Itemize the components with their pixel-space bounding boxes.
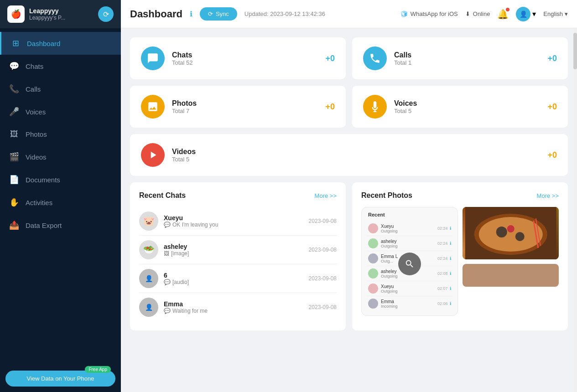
stat-info-videos: Videos Total 5 (172, 148, 540, 163)
stat-icon-chats (141, 46, 165, 70)
sidebar-item-videos[interactable]: 🎬 Videos (0, 145, 121, 168)
stat-change-videos: +0 (547, 150, 557, 160)
dashboard-content: Chats Total 52 +0 Calls Total 1 +0 (121, 28, 577, 392)
chat-preview: 💬 [audio] (164, 279, 303, 285)
chat-info: Xueyu 💬 OK I'm leaving you (164, 214, 303, 228)
stat-info-chats: Chats Total 52 (172, 51, 318, 66)
sidebar-item-label: Data Export (26, 222, 62, 229)
sidebar-item-label: Videos (26, 153, 47, 161)
sync-button[interactable]: ⟳ Sync (200, 7, 237, 21)
sidebar-item-calls[interactable]: 📞 Calls (0, 77, 121, 100)
sidebar-item-activities[interactable]: ✋ Activities (0, 191, 121, 214)
updated-text: Updated: 2023-09-12 13:42:36 (244, 10, 325, 17)
sidebar-sync-icon[interactable]: ⟳ (98, 6, 114, 22)
language-selector[interactable]: English ▾ (543, 10, 568, 17)
device-name: Leappyyy's P... (29, 15, 65, 21)
chat-preview: 💬 OK I'm leaving you (164, 222, 303, 228)
phone-avatar (368, 299, 378, 309)
chat-date: 2023-09-08 (309, 218, 337, 224)
whatsapp-badge: 🧊 WhatsApp for iOS (400, 10, 458, 17)
recent-chats-header: Recent Chats More >> (139, 191, 337, 200)
sidebar-item-label: Activities (26, 199, 52, 206)
user-avatar-area[interactable]: 👤 ▾ (516, 7, 536, 21)
info-icon[interactable]: ℹ (190, 10, 192, 18)
stat-name-chats: Chats (172, 51, 318, 59)
avatar: 👤 (139, 298, 158, 317)
voices-icon: 🎤 (9, 107, 19, 117)
phone-avatar (368, 268, 378, 279)
whatsapp-icon: 🧊 (400, 10, 408, 17)
info-icon: ℹ (450, 256, 451, 261)
activities-icon: ✋ (9, 197, 19, 207)
scrollbar-thumb[interactable] (573, 33, 577, 69)
stat-icon-photos (141, 95, 165, 119)
sidebar-item-data-export[interactable]: 📤 Data Export (0, 214, 121, 237)
stat-name-voices: Voices (394, 99, 540, 108)
sidebar-item-voices[interactable]: 🎤 Voices (0, 100, 121, 123)
stat-total-chats: Total 52 (172, 59, 318, 66)
app-title: Leappyyy Leappyyy's P... (29, 7, 65, 21)
recent-photos-more[interactable]: More >> (537, 192, 559, 199)
list-item: 👤 Emma 💬 Waiting for me 2023-09-08 (139, 293, 337, 321)
phone-list-item: Emma Incoming 02:06 ℹ (366, 296, 453, 311)
photos-content: Recent Xueyu Outgoing (361, 207, 559, 320)
stat-name-videos: Videos (172, 148, 540, 156)
sidebar-item-documents[interactable]: 📄 Documents (0, 168, 121, 191)
stat-card-photos: Photos Total 7 +0 (130, 86, 346, 128)
online-badge: ⬇ Online (465, 10, 490, 17)
notification-bell[interactable]: 🔔 (497, 9, 509, 20)
sidebar-header: 🍎 Leappyyy Leappyyy's P... ⟳ (0, 0, 121, 28)
sidebar-item-label: Chats (26, 62, 43, 70)
stat-icon-videos (141, 143, 165, 167)
topbar: Dashboard ℹ ⟳ Sync Updated: 2023-09-12 1… (121, 0, 577, 28)
stat-total-photos: Total 7 (172, 108, 318, 114)
sidebar-item-dashboard[interactable]: ⊞ Dashboard (0, 32, 121, 55)
sidebar-item-photos[interactable]: 🖼 Photos (0, 123, 121, 145)
info-icon: ℹ (450, 271, 451, 276)
photo-thumbnail-2[interactable] (463, 264, 559, 287)
stat-name-photos: Photos (172, 99, 318, 108)
phone-mockup-area: Recent Xueyu Outgoing (361, 207, 458, 320)
chat-info: 6 💬 [audio] (164, 272, 303, 285)
avatar: 🐷 (139, 211, 158, 231)
chats-icon: 💬 (9, 61, 19, 71)
image-icon: 🖼 (164, 250, 169, 257)
stat-change-calls: +0 (547, 54, 557, 63)
phone-avatar (368, 253, 378, 263)
chat-preview: 🖼 [image] (164, 250, 303, 257)
calls-icon: 📞 (9, 84, 19, 94)
app-name: Leappyyy (29, 7, 65, 15)
avatar: 🥗 (139, 240, 158, 259)
recent-photos-header: Recent Photos More >> (361, 191, 559, 200)
info-icon: ℹ (450, 226, 451, 231)
scrollbar[interactable] (573, 28, 577, 392)
info-icon: ℹ (450, 301, 451, 306)
sidebar-item-chats[interactable]: 💬 Chats (0, 55, 121, 77)
view-data-button[interactable]: Free App View Data on Your Phone (5, 371, 115, 387)
stat-name-calls: Calls (394, 51, 540, 59)
photos-icon: 🖼 (9, 129, 19, 139)
topbar-right: 🧊 WhatsApp for iOS ⬇ Online 🔔 👤 ▾ Englis… (400, 7, 568, 21)
free-app-badge: Free App (85, 366, 111, 373)
svg-point-2 (478, 217, 542, 252)
recent-chats-title: Recent Chats (139, 191, 186, 200)
text-icon: 💬 (164, 308, 171, 314)
stat-total-calls: Total 1 (394, 59, 540, 66)
info-icon: ℹ (450, 241, 451, 246)
svg-point-4 (515, 232, 524, 241)
phone-header: Recent (366, 212, 453, 217)
sidebar-item-label: Documents (26, 176, 60, 184)
search-overlay[interactable] (398, 253, 421, 275)
notification-dot (506, 8, 509, 11)
recent-chats-more[interactable]: More >> (315, 192, 337, 199)
food-photo-thumbnail[interactable] (463, 207, 559, 259)
phone-avatar (368, 284, 378, 294)
sidebar-footer: Free App View Data on Your Phone (0, 365, 121, 392)
list-item: 🥗 asheley 🖼 [image] 2023-09-08 (139, 236, 337, 264)
data-export-icon: 📤 (9, 220, 19, 230)
phone-avatar (368, 238, 378, 248)
sidebar-item-label: Voices (26, 108, 46, 116)
avatar: 👤 (139, 269, 158, 288)
stat-info-voices: Voices Total 5 (394, 99, 540, 114)
sidebar: 🍎 Leappyyy Leappyyy's P... ⟳ ⊞ Dashboard… (0, 0, 121, 392)
